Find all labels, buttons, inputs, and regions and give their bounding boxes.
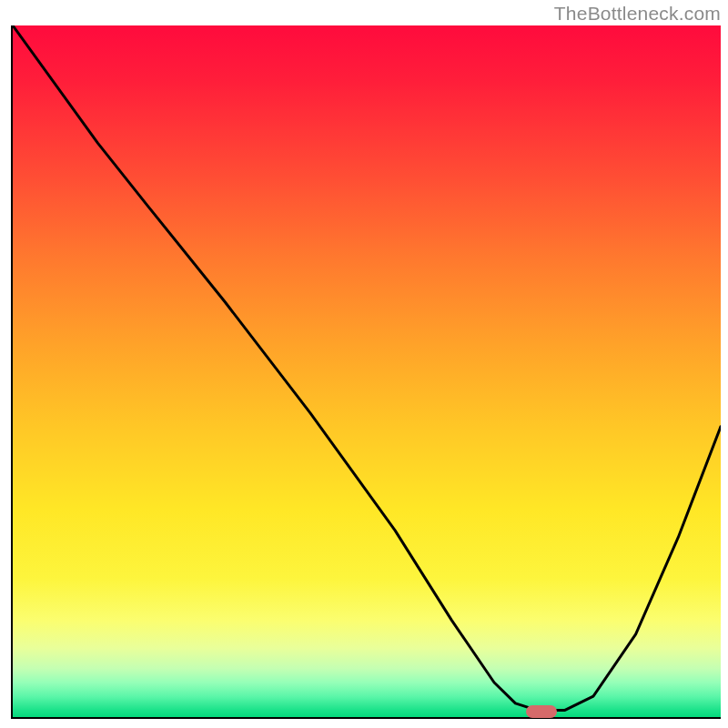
curve-line (13, 25, 721, 717)
optimal-marker (526, 705, 557, 718)
curve-path (13, 25, 721, 710)
chart-frame: TheBottleneck.com (0, 0, 728, 728)
watermark-text: TheBottleneck.com (554, 3, 721, 25)
plot-area (11, 25, 721, 719)
